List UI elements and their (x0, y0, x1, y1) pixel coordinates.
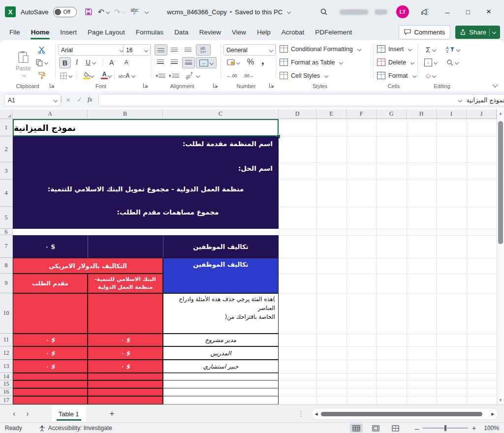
fill-button[interactable]: ↓ (422, 57, 439, 67)
menu-tab-page-layout[interactable]: Page Layout (86, 25, 126, 39)
cell-b10[interactable] (88, 293, 163, 334)
row-header-17[interactable]: 17 (0, 396, 13, 404)
scroll-right-icon[interactable]: ▶ (491, 412, 494, 416)
row-header-3[interactable]: 3 (0, 162, 13, 180)
merge-center-dropdown-icon[interactable] (210, 61, 214, 64)
cell-b9[interactable]: البنك الاسلامي للتنمية- منظمة العمل الدو… (88, 274, 163, 293)
cell-a7[interactable]: ٠ $ (13, 235, 88, 258)
column-header-F[interactable]: F (346, 109, 377, 119)
orientation-button[interactable]: ab↗ (183, 70, 201, 81)
fill-color-button[interactable] (79, 70, 94, 81)
enter-button[interactable]: ✓ (77, 96, 82, 103)
font-color-dropdown-icon[interactable] (108, 74, 112, 78)
zoom-in-button[interactable]: + (472, 424, 476, 432)
row-header-5[interactable]: 5 (0, 207, 13, 229)
sort-filter-button[interactable]: AZ (443, 44, 463, 55)
accounting-dropdown-icon[interactable] (236, 60, 240, 64)
insert-cells-button[interactable]: Insert (377, 45, 411, 53)
grow-font-button[interactable]: Aˆ (106, 57, 118, 67)
menu-tab-home[interactable]: Home (30, 25, 51, 39)
align-middle-button[interactable] (168, 44, 180, 55)
next-sheet-button[interactable]: › (26, 409, 29, 418)
conditional-formatting-button[interactable]: Conditional Formatting (280, 45, 361, 53)
row-header-2[interactable]: 2 (0, 136, 13, 162)
cell-a11[interactable]: ٠ $ (13, 334, 88, 346)
fill-dropdown-icon[interactable] (434, 60, 438, 64)
cell-a17[interactable] (13, 396, 88, 404)
undo-button[interactable]: ↶ (97, 7, 109, 17)
increase-indent-button[interactable] (168, 70, 180, 81)
row-header-11[interactable]: 11 (0, 334, 13, 346)
cell-a13[interactable]: ٠ $ (13, 360, 88, 373)
row-header-14[interactable]: 14 (0, 373, 13, 380)
cell-c14[interactable] (163, 373, 279, 380)
row-header-15[interactable]: 15 (0, 380, 13, 388)
cell-b17[interactable] (88, 396, 163, 404)
copy-button[interactable] (35, 58, 48, 67)
column-header-A[interactable]: A (13, 109, 88, 119)
percent-style-button[interactable]: % (245, 56, 256, 67)
vertical-scrollbar[interactable]: ▲ ▼ (497, 109, 504, 404)
row-header-8[interactable]: 8 (0, 258, 13, 274)
cell-a16[interactable] (13, 388, 88, 396)
cell-c15[interactable] (163, 380, 279, 388)
row-header-7[interactable]: 7 (0, 235, 13, 258)
cell-c13[interactable]: خبير استشاري (163, 360, 279, 373)
row-header-16[interactable]: 16 (0, 388, 13, 396)
formula-bar-expand-icon[interactable] (458, 98, 462, 102)
cell-a15[interactable] (13, 380, 88, 388)
number-dialog-launcher[interactable] (269, 83, 275, 89)
column-header-H[interactable]: H (407, 109, 437, 119)
menu-tab-formulas[interactable]: Formulas (134, 25, 165, 39)
format-cells-button[interactable]: Format (377, 72, 416, 79)
menu-tab-acrobat[interactable]: Acrobat (280, 25, 306, 39)
scroll-up-icon[interactable]: ▲ (499, 111, 503, 116)
zoom-slider-handle[interactable] (444, 425, 446, 431)
sort-filter-dropdown-icon[interactable] (456, 47, 460, 51)
autosum-button[interactable]: Σ (422, 44, 439, 55)
italic-button[interactable]: I (72, 57, 82, 67)
column-header-G[interactable]: G (377, 109, 407, 119)
autosum-dropdown-icon[interactable] (432, 47, 436, 51)
number-format-combo[interactable]: General (223, 44, 276, 56)
cut-button[interactable] (36, 45, 46, 54)
row-header-9[interactable]: 9 (0, 274, 13, 293)
align-left-button[interactable] (155, 57, 166, 67)
copy-dropdown-icon[interactable] (44, 61, 48, 64)
alignment-dialog-launcher[interactable] (213, 83, 219, 89)
cell-b11[interactable]: ٠ $ (88, 334, 163, 346)
formula-input[interactable]: نموذج الميزانية (98, 94, 504, 106)
font-size-combo[interactable]: 16 (123, 44, 151, 56)
format-as-table-button[interactable]: Format as Table (280, 59, 343, 66)
minimize-button[interactable]: – (437, 3, 458, 20)
insert-function-button[interactable]: fx (88, 95, 92, 103)
bold-button[interactable]: B (59, 57, 71, 68)
row-header-12[interactable]: 12 (0, 346, 13, 360)
cell-a3-text[interactable]: اسم الحل: (238, 164, 273, 172)
feedback-button[interactable] (421, 8, 429, 16)
cell-b14[interactable] (88, 373, 163, 380)
cell-a1-title[interactable]: نموذج الميزانية (13, 119, 279, 136)
cell-b13[interactable]: ٠ $ (88, 360, 163, 373)
menu-tab-insert[interactable]: Insert (59, 25, 78, 39)
maximize-button[interactable]: □ (458, 3, 478, 20)
phonetic-dropdown-icon[interactable] (131, 73, 135, 77)
delete-cells-button[interactable]: Delete (377, 59, 414, 66)
cell-c16[interactable] (163, 388, 279, 396)
borders-dropdown-icon[interactable] (68, 73, 72, 77)
clipboard-dialog-launcher[interactable] (49, 83, 55, 89)
avatar[interactable]: LT (396, 5, 409, 18)
clear-dropdown-icon[interactable] (432, 73, 436, 77)
cell-c10[interactable]: )هذه الفئة يرجي حذف هذه الأمثلة وادراج ا… (163, 293, 279, 334)
cell-a2-text[interactable]: اسم المنظمة مقدمة لطلب: (183, 140, 273, 148)
row-header-4[interactable]: 4 (0, 180, 13, 207)
horizontal-scrollbar[interactable]: ◀ ▶ (312, 408, 498, 420)
menu-tab-pdfelement[interactable]: PDFelement (314, 25, 353, 39)
cell-c11[interactable]: مدير مشروع (163, 334, 279, 346)
fill-color-dropdown-icon[interactable] (90, 74, 94, 78)
decrease-decimal-button[interactable]: .00→ (241, 70, 256, 81)
align-right-button[interactable] (182, 57, 195, 68)
horizontal-scrollbar-thumb[interactable] (321, 412, 483, 416)
name-box[interactable]: A1 (4, 94, 61, 106)
document-title[interactable]: wcms_846366_Copy • Saved to this PC (167, 8, 290, 16)
